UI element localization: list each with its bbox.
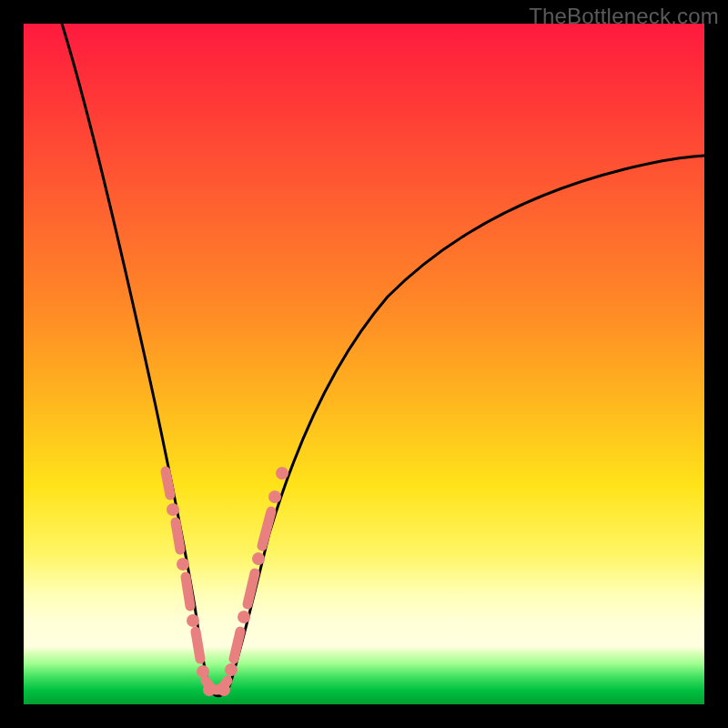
highlight-left-dot-2	[177, 558, 189, 571]
highlight-right-dot-4	[268, 490, 281, 503]
chart-frame: TheBottleneck.com	[0, 0, 728, 728]
highlight-left-dot-1	[167, 503, 179, 516]
bottleneck-curve-svg	[24, 24, 704, 704]
highlight-right-dot-1	[225, 663, 238, 676]
highlight-left-seg-2	[176, 522, 180, 550]
highlight-right-dot-5	[276, 467, 288, 480]
highlight-trough-dot-l	[203, 683, 216, 696]
highlight-left-seg-4	[196, 632, 200, 659]
highlight-trough-dot-r	[217, 683, 230, 696]
highlight-left-seg-1	[166, 471, 170, 495]
chart-plot-area	[24, 24, 704, 704]
highlight-right-seg-1	[234, 632, 240, 659]
highlight-left-seg-3	[186, 577, 190, 606]
highlight-left-dot-3	[187, 614, 199, 627]
highlight-right-dot-3	[252, 552, 265, 565]
highlight-right-dot-2	[238, 611, 250, 623]
watermark-text: TheBottleneck.com	[529, 4, 719, 29]
highlight-right-seg-3	[262, 511, 271, 546]
bottleneck-curve-path	[62, 24, 704, 696]
highlight-right-seg-2	[248, 573, 255, 604]
